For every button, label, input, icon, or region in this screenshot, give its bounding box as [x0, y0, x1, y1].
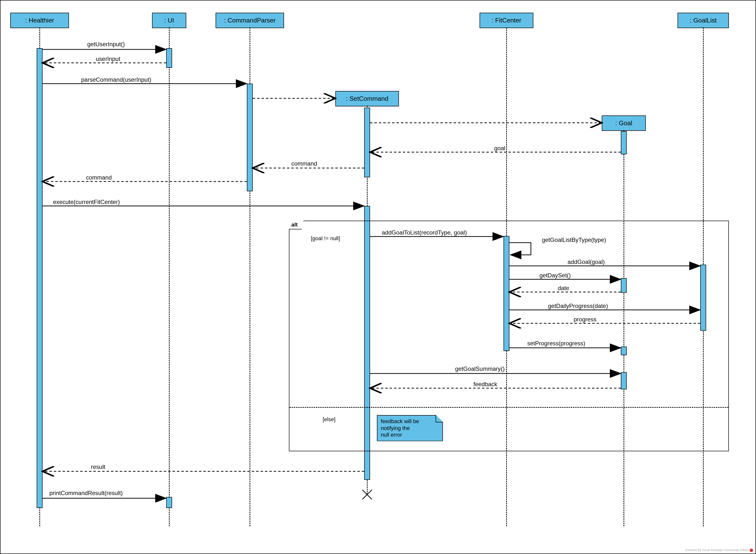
activation-goal-1 — [621, 131, 627, 154]
msg-parsecommand: parseCommand(userInput) — [81, 76, 151, 83]
activation-setcommand-1 — [364, 108, 370, 177]
msg-progress-return: progress — [574, 316, 596, 323]
guard-goal-not-null: [goal != null] — [311, 235, 340, 242]
activation-ui-2 — [166, 497, 172, 508]
destroy-setcommand-icon — [362, 488, 372, 498]
lifeline-commandparser: : CommandParser — [215, 13, 284, 28]
msg-feedback: feedback — [474, 381, 497, 388]
msg-execute: execute(currentFitCenter) — [53, 199, 120, 206]
lifeline-healthier: : Healthier — [10, 13, 69, 28]
lifeline-fitcenter: : FitCenter — [480, 13, 533, 28]
note-line2: notifying the — [381, 425, 410, 431]
msg-addgoaltolist: addGoalToList(recordType, goal) — [382, 229, 467, 236]
lifeline-goal: : Goal — [602, 115, 646, 131]
note-null-error: feedback will be notifying the null erro… — [377, 415, 443, 441]
msg-userinput: userInput — [96, 56, 120, 62]
guard-else: [else] — [323, 416, 335, 423]
note-line1: feedback will be — [381, 418, 419, 424]
lifeline-ui: : UI — [152, 13, 186, 28]
lifeline-dash-ui — [169, 27, 170, 527]
alt-divider — [290, 407, 729, 408]
lifeline-setcommand: : SetCommand — [335, 91, 399, 106]
msg-getgoalsummary: getGoalSummary() — [455, 366, 505, 372]
msg-command-return1: command — [291, 160, 317, 167]
activation-commandparser — [247, 84, 253, 191]
msg-getuserinput: getUserInput() — [87, 41, 125, 48]
alt-frame: alt — [289, 221, 729, 451]
msg-result: result — [91, 463, 105, 470]
watermark-dot-icon — [750, 549, 753, 552]
lifeline-goallist: : GoalList — [678, 13, 729, 28]
msg-command-return2: command — [86, 174, 112, 181]
alt-operator-label: alt — [289, 221, 304, 229]
msg-addgoal: addGoal(goal) — [568, 259, 605, 265]
msg-getgoallistbytype: getGoalListByType(type) — [542, 236, 606, 243]
msg-getdayset: getDaySet() — [540, 272, 571, 279]
activation-ui-1 — [166, 48, 172, 68]
sequence-diagram-canvas: : Healthier : UI : CommandParser : SetCo… — [0, 0, 756, 554]
watermark: Powered By Visual Paradigm Community Edi… — [685, 548, 753, 552]
activation-healthier — [37, 48, 43, 508]
msg-printcommandresult: printCommandResult(result) — [49, 490, 123, 497]
msg-setprogress: setProgress(progress) — [527, 340, 585, 347]
msg-getdailyprogress: getDailyProgress(date) — [548, 302, 608, 310]
note-line3: null error — [381, 432, 402, 438]
msg-goal-return: goal — [494, 145, 505, 152]
msg-date-return: date — [558, 285, 569, 291]
